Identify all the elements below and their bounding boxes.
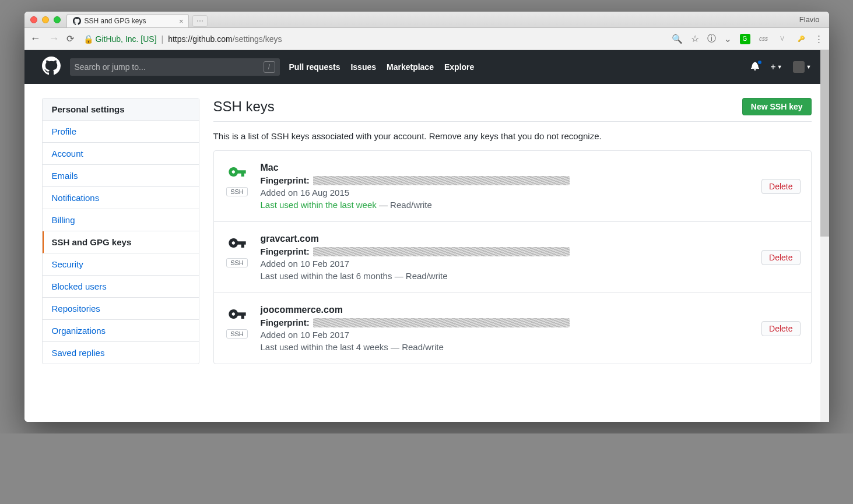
ssh-key-row: SSHgravcart.comFingerprint:Added on 10 F…	[214, 222, 811, 293]
header-nav-link[interactable]: Marketplace	[387, 62, 434, 72]
ssh-badge: SSH	[226, 258, 248, 267]
ssh-badge: SSH	[226, 187, 248, 196]
css-extension-icon[interactable]: css	[759, 34, 769, 44]
fingerprint-label: Fingerprint:	[261, 175, 310, 185]
search-placeholder: Search or jump to...	[75, 62, 146, 72]
page-description: This is a list of SSH keys associated wi…	[213, 131, 812, 141]
key-access: — Read/write	[391, 342, 444, 352]
back-button[interactable]: ←	[30, 33, 41, 45]
url-secure-label: GitHub, Inc. [US]	[96, 34, 157, 44]
delete-key-button[interactable]: Delete	[761, 179, 800, 194]
tab-title: SSH and GPG keys	[85, 17, 146, 25]
browser-tab[interactable]: SSH and GPG keys ×	[66, 14, 189, 27]
new-ssh-key-button[interactable]: New SSH key	[742, 98, 812, 115]
sidebar-item[interactable]: SSH and GPG keys	[43, 231, 199, 253]
page-title: SSH keys	[213, 98, 275, 115]
extension-icon[interactable]: G	[740, 34, 750, 44]
fingerprint-value-redacted	[313, 318, 570, 327]
header-nav-link[interactable]: Explore	[444, 62, 474, 72]
scrollbar[interactable]	[820, 50, 829, 422]
key-added-date: Added on 10 Feb 2017	[261, 330, 752, 340]
github-logo[interactable]	[42, 57, 61, 77]
notifications-button[interactable]	[750, 61, 760, 73]
macos-titlebar: SSH and GPG keys × ⋯ Flavio	[24, 12, 829, 28]
github-favicon	[73, 17, 81, 25]
key-name: Mac	[261, 163, 752, 173]
sidebar-item[interactable]: Emails	[43, 165, 199, 187]
key-name: joocommerce.com	[261, 305, 752, 315]
browser-profile[interactable]: Flavio	[799, 15, 823, 24]
browser-toolbar: ← → ⟳ 🔒 GitHub, Inc. [US] | https://gith…	[24, 28, 829, 50]
ssh-key-list: SSHMacFingerprint:Added on 16 Aug 2015La…	[213, 150, 812, 364]
fingerprint-label: Fingerprint:	[261, 318, 310, 327]
key-icon	[228, 234, 247, 255]
search-slash-hint: /	[264, 61, 275, 73]
bookmark-star-icon[interactable]: ☆	[691, 33, 699, 44]
ssh-key-row: SSHjoocommerce.comFingerprint:Added on 1…	[214, 293, 811, 364]
close-tab-icon[interactable]: ×	[179, 17, 184, 26]
header-nav-link[interactable]: Pull requests	[289, 62, 341, 72]
sidebar-item[interactable]: Blocked users	[43, 276, 199, 298]
sidebar-item[interactable]: Profile	[43, 121, 199, 143]
ssh-badge: SSH	[226, 329, 248, 339]
key-icon	[228, 163, 247, 184]
fingerprint-label: Fingerprint:	[261, 246, 310, 256]
window-close-button[interactable]	[30, 16, 37, 23]
github-search-input[interactable]: Search or jump to... /	[70, 58, 280, 76]
key-last-used: Last used within the last 4 weeks	[261, 342, 388, 352]
reload-button[interactable]: ⟳	[66, 33, 74, 44]
settings-sidebar: Personal settings ProfileAccountEmailsNo…	[42, 98, 199, 364]
key-access: — Read/write	[379, 200, 432, 210]
sidebar-item[interactable]: Security	[43, 253, 199, 276]
key-icon	[228, 305, 247, 326]
key-name: gravcart.com	[261, 234, 752, 244]
lock-icon: 🔒	[83, 34, 93, 44]
sidebar-item[interactable]: Repositories	[43, 298, 199, 320]
delete-key-button[interactable]: Delete	[761, 321, 800, 336]
ssh-key-row: SSHMacFingerprint:Added on 16 Aug 2015La…	[214, 151, 811, 222]
info-icon[interactable]: ⓘ	[707, 33, 716, 44]
new-tab-button[interactable]: ⋯	[192, 15, 208, 27]
fingerprint-value-redacted	[313, 247, 570, 256]
sidebar-item[interactable]: Account	[43, 143, 199, 165]
window-minimize-button[interactable]	[42, 16, 49, 23]
pocket-icon[interactable]: ⌄	[724, 34, 732, 44]
key-last-used: Last used within the last 6 months	[261, 271, 392, 281]
onepassword-icon[interactable]: 🔑	[796, 34, 806, 44]
key-last-used: Last used within the last week	[261, 200, 377, 210]
forward-button: →	[49, 33, 59, 45]
key-access: — Read/write	[395, 271, 448, 281]
window-zoom-button[interactable]	[54, 16, 61, 23]
url-bar[interactable]: 🔒 GitHub, Inc. [US] | https://github.com…	[81, 34, 665, 44]
avatar	[793, 61, 805, 73]
key-added-date: Added on 10 Feb 2017	[261, 259, 752, 269]
sidebar-item[interactable]: Organizations	[43, 320, 199, 342]
key-added-date: Added on 16 Aug 2015	[261, 188, 752, 198]
sidebar-item[interactable]: Saved replies	[43, 342, 199, 364]
menu-icon[interactable]: ⋮	[815, 34, 823, 44]
vue-extension-icon[interactable]: V	[777, 34, 788, 44]
create-new-button[interactable]: +▼	[770, 62, 782, 72]
delete-key-button[interactable]: Delete	[761, 250, 800, 265]
sidebar-item[interactable]: Notifications	[43, 187, 199, 209]
notification-indicator	[757, 59, 763, 65]
github-header: Search or jump to... / Pull requestsIssu…	[24, 50, 829, 84]
sidebar-item[interactable]: Billing	[43, 209, 199, 231]
sidebar-header: Personal settings	[43, 98, 199, 121]
user-menu[interactable]: ▼	[793, 61, 812, 73]
header-nav-link[interactable]: Issues	[350, 62, 376, 72]
zoom-icon[interactable]: 🔍	[672, 34, 683, 44]
fingerprint-value-redacted	[313, 176, 570, 185]
